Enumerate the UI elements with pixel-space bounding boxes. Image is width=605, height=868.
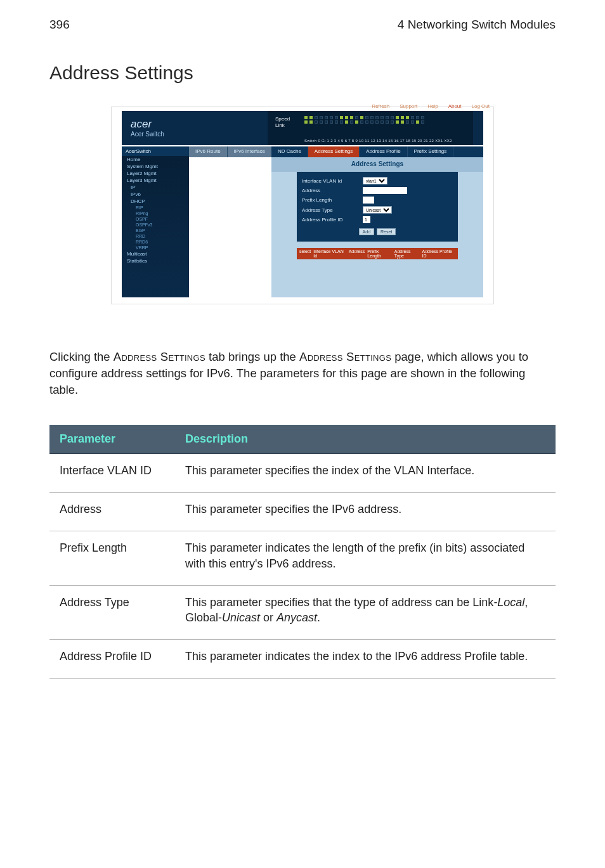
- link-about[interactable]: About: [448, 103, 462, 109]
- form-row-address: Address: [302, 186, 453, 195]
- sidebar-item-bgp[interactable]: BGP: [122, 228, 189, 233]
- sidebar-item-ospf[interactable]: OSPF: [122, 216, 189, 222]
- form-panel: Interface VLAN Id vlan1 Address Prefix L…: [297, 172, 458, 242]
- input-address[interactable]: [363, 187, 407, 194]
- sidebar-item-rip[interactable]: RIP: [122, 205, 189, 211]
- port-numbers: Switch 0 Gi 1 2 3 4 5 6 7 8 9 10 11 12 1…: [304, 139, 468, 143]
- result-table-header: select Interface VLAN Id Address Prefix …: [297, 248, 458, 259]
- table-row: Prefix Length This parameter indicates t…: [49, 531, 556, 586]
- desc-mid2: or: [260, 611, 276, 624]
- brand: acer Acer Switch: [122, 119, 204, 138]
- desc-italic-local: -Local: [493, 596, 524, 609]
- tab-nd-cache[interactable]: ND Cache: [271, 146, 308, 157]
- main-panel: ND Cache Address Settings Address Profil…: [271, 146, 483, 297]
- sidebar-item-ripng[interactable]: RIPng: [122, 211, 189, 216]
- label-address-type: Address Type: [302, 207, 359, 213]
- port-label-link: Link: [275, 122, 290, 129]
- col-address-profile-id: Address Profile ID: [422, 249, 455, 258]
- select-interface-vlan-id[interactable]: vlan1: [363, 177, 387, 185]
- sidebar-title: AcerSwitch: [122, 146, 189, 156]
- screenshot: Refresh Support Help About Log Out acer …: [111, 107, 494, 304]
- cell-desc: This parameter indicates the length of t…: [175, 531, 556, 586]
- port-label-speed: Speed: [275, 116, 290, 122]
- sidebar-list: Home System Mgmt Layer2 Mgmt Layer3 Mgmt…: [122, 156, 189, 264]
- form-row-prefix-length: Prefix Length: [302, 195, 453, 205]
- sidebar-item-rrd6[interactable]: RRD6: [122, 239, 189, 245]
- button-reset[interactable]: Reset: [377, 228, 396, 235]
- label-address-profile-id: Address Profile ID: [302, 217, 359, 223]
- form-row-address-profile-id: Address Profile ID: [302, 215, 453, 224]
- content-tabs: ND Cache Address Settings Address Profil…: [271, 146, 483, 157]
- button-add[interactable]: Add: [359, 228, 374, 235]
- cell-param: Prefix Length: [49, 531, 175, 586]
- sidebar-item-ipv6[interactable]: IPv6: [122, 191, 189, 198]
- sidebar-item-layer2-mgmt[interactable]: Layer2 Mgmt: [122, 170, 189, 177]
- cell-param: Address Type: [49, 585, 175, 640]
- sidebar-item-multicast[interactable]: Multicast: [122, 250, 189, 257]
- sidebar-item-vrrp[interactable]: VRRP: [122, 245, 189, 250]
- tab-address-settings[interactable]: Address Settings: [308, 146, 360, 157]
- sidebar-item-statistics[interactable]: Statistics: [122, 257, 189, 264]
- desc-post: .: [317, 611, 320, 624]
- input-prefix-length[interactable]: [363, 197, 374, 204]
- col-interface-vlan-id: Interface VLAN Id: [313, 249, 346, 258]
- col-select: select: [299, 249, 311, 258]
- col-address: Address: [349, 249, 365, 258]
- port-panel: Speed Link Switch 0 Gi 1 2 3 4 5 6 7 8 9…: [268, 111, 473, 145]
- table-row: Address Profile ID This parameter indica…: [49, 640, 556, 678]
- brand-subtitle: Acer Switch: [131, 131, 204, 138]
- table-row: Address This parameter specifies the IPv…: [49, 492, 556, 531]
- topbar: acer Acer Switch Speed Link Switch 0 Gi …: [122, 111, 483, 145]
- sidebar-item-ip[interactable]: IP: [122, 184, 189, 191]
- nav-tab-ipv6-route[interactable]: IPv6 Route: [189, 146, 228, 157]
- sidebar: AcerSwitch Home System Mgmt Layer2 Mgmt …: [122, 146, 189, 297]
- link-help[interactable]: Help: [427, 103, 438, 109]
- tab-address-profile[interactable]: Address Profile: [360, 146, 407, 157]
- sidebar-item-system-mgmt[interactable]: System Mgmt: [122, 163, 189, 170]
- content-title: Address Settings: [271, 157, 483, 172]
- th-parameter: Parameter: [49, 425, 175, 454]
- parameters-table: Parameter Description Interface VLAN ID …: [49, 425, 556, 679]
- sidebar-item-home[interactable]: Home: [122, 156, 189, 163]
- page-header: 396 4 Networking Switch Modules: [49, 18, 556, 32]
- sidebar-item-layer3-mgmt[interactable]: Layer3 Mgmt: [122, 177, 189, 184]
- cell-param: Interface VLAN ID: [49, 453, 175, 492]
- th-description: Description: [175, 425, 556, 454]
- top-nav-links: Refresh Support Help About Log Out: [372, 103, 490, 109]
- select-address-type[interactable]: Unicast: [363, 206, 392, 214]
- cell-param: Address: [49, 492, 175, 531]
- label-prefix-length: Prefix Length: [302, 197, 359, 203]
- cell-desc: This parameter specifies the IPv6 addres…: [175, 492, 556, 531]
- sidebar-item-rrd[interactable]: RRD: [122, 233, 189, 239]
- body-layout: AcerSwitch Home System Mgmt Layer2 Mgmt …: [122, 146, 483, 297]
- label-interface-vlan-id: Interface VLAN Id: [302, 178, 359, 184]
- sidebar-item-dhcp[interactable]: DHCP: [122, 198, 189, 205]
- port-labels: Speed Link: [275, 116, 290, 129]
- desc-mid1: tab brings up the: [205, 350, 299, 363]
- port-dots: [304, 116, 468, 124]
- cell-desc: This parameter specifies that the type o…: [175, 585, 556, 640]
- form-row-interface-vlan-id: Interface VLAN Id vlan1: [302, 176, 453, 186]
- screenshot-figure: Refresh Support Help About Log Out acer …: [49, 107, 556, 304]
- form-row-address-type: Address Type Unicast: [302, 205, 453, 215]
- cell-desc: This parameter indicates the index to th…: [175, 640, 556, 678]
- desc-italic-anycast: Anycast: [276, 611, 317, 624]
- label-address: Address: [302, 188, 359, 193]
- link-refresh[interactable]: Refresh: [372, 103, 389, 109]
- sidebar-item-ospfv3[interactable]: OSPFv3: [122, 222, 189, 228]
- page-number: 396: [49, 18, 70, 32]
- col-address-type: Address Type: [394, 249, 420, 258]
- link-logout[interactable]: Log Out: [472, 103, 490, 109]
- cell-desc: This parameter specifies the index of th…: [175, 453, 556, 492]
- desc-sc1: Address Settings: [114, 350, 205, 363]
- cell-param: Address Profile ID: [49, 640, 175, 678]
- input-address-profile-id[interactable]: [363, 216, 370, 223]
- link-support[interactable]: Support: [400, 103, 417, 109]
- table-row: Address Type This parameter specifies th…: [49, 585, 556, 640]
- description-paragraph: Clicking the Address Settings tab brings…: [49, 349, 556, 398]
- form-buttons: Add Reset: [302, 228, 453, 235]
- desc-sc2: Address Settings: [299, 350, 391, 363]
- tab-prefix-settings[interactable]: Prefix Settings: [408, 146, 454, 157]
- nav-tab-ipv6-interface[interactable]: IPv6 Interface: [228, 146, 272, 157]
- desc-pre1: Clicking the: [49, 350, 114, 363]
